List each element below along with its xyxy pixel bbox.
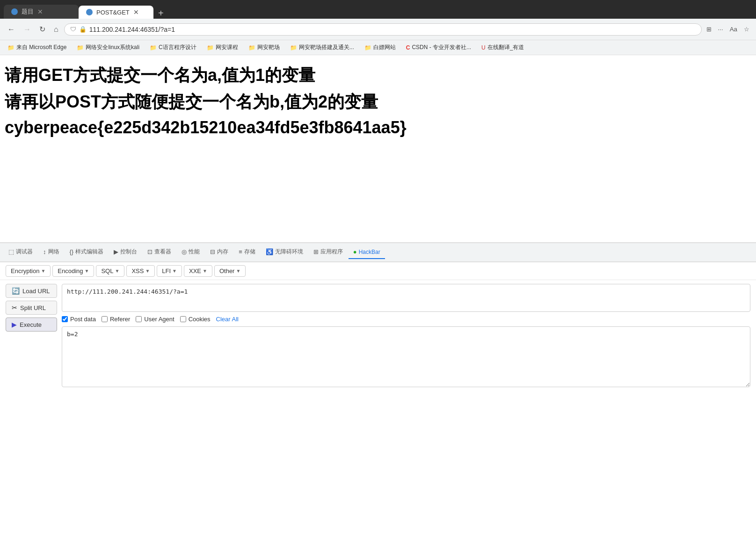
devtools-tab-storage-label: 存储 xyxy=(244,248,255,256)
bookmark-kali-label: 网络安全linux系统kali xyxy=(86,43,139,51)
devtools-tab-bar: ⬚ 调试器 ↕ 网络 {} 样式编辑器 ▶ 控制台 ⊡ 查看器 ◎ 性能 ⊟ 内… xyxy=(0,243,756,262)
bookmark-range-build[interactable]: 📁 网安靶场搭建及通关... xyxy=(287,43,357,52)
menu-button[interactable]: ··· xyxy=(716,24,725,35)
devtools-tab-style[interactable]: {} 样式编辑器 xyxy=(65,245,109,260)
devtools-tab-style-label: 样式编辑器 xyxy=(75,248,103,256)
bookmark-range-build-icon: 📁 xyxy=(290,44,297,51)
devtools-tab-performance[interactable]: ◎ 性能 xyxy=(177,245,204,260)
tab-2-label: POST&GET xyxy=(96,9,130,16)
favorites-button[interactable]: ☆ xyxy=(742,24,751,35)
cookies-checkbox[interactable] xyxy=(180,316,186,322)
address-bar-wrapper: 🛡 🔒 xyxy=(64,23,702,36)
devtools-tab-viewer[interactable]: ⊡ 查看器 xyxy=(143,245,176,260)
post-data-option[interactable]: Post data xyxy=(62,316,96,323)
accessibility-icon: ♿ xyxy=(266,248,273,255)
encoding-label: Encoding xyxy=(58,267,83,274)
reload-button[interactable]: ↻ xyxy=(36,23,48,36)
tab-1-close[interactable]: ✕ xyxy=(37,8,43,15)
forward-button[interactable]: → xyxy=(21,23,34,36)
xss-label: XSS xyxy=(131,267,144,274)
bookmark-c-label: C语言程序设计 xyxy=(159,43,196,51)
bookmark-range-build-label: 网安靶场搭建及通关... xyxy=(299,43,354,51)
nav-actions: ⊞ ··· Aa ☆ xyxy=(705,24,751,35)
devtools-tab-memory[interactable]: ⊟ 内存 xyxy=(205,245,233,260)
hackbar: Encryption ▼ Encoding ▼ SQL ▼ XSS ▼ LFI … xyxy=(0,262,756,393)
cookies-option[interactable]: Cookies xyxy=(180,316,211,323)
bookmark-security-course-label: 网安课程 xyxy=(216,43,238,51)
bookmark-edge[interactable]: 📁 来自 Microsoft Edge xyxy=(5,43,69,52)
devtools-tab-application[interactable]: ⊞ 应用程序 xyxy=(309,245,348,260)
page-flag: cyberpeace{e225d342b15210ea34fd5e3fb8641… xyxy=(5,118,751,137)
tab-2-icon xyxy=(86,9,93,15)
hackbar-body: 🔄 Load URL ✂ Split URL ▶ Execute http://… xyxy=(0,280,756,393)
bookmark-c[interactable]: 📁 C语言程序设计 xyxy=(147,43,199,52)
bookmark-kali[interactable]: 📁 网络安全linux系统kali xyxy=(74,43,142,52)
xss-arrow: ▼ xyxy=(145,268,150,274)
bookmark-range-icon: 📁 xyxy=(248,44,255,51)
shield-icon: 🛡 xyxy=(70,26,76,33)
bookmark-csdn[interactable]: C CSDN - 专业开发者社... xyxy=(403,43,474,52)
devtools-tab-console[interactable]: ▶ 控制台 xyxy=(109,245,142,260)
new-tab-button[interactable]: + xyxy=(153,8,168,19)
home-button[interactable]: ⌂ xyxy=(51,23,61,36)
cookies-label: Cookies xyxy=(189,316,211,323)
execute-label: Execute xyxy=(20,321,42,328)
devtools-tab-hackbar[interactable]: ● HackBar xyxy=(349,245,385,259)
bookmark-security-course[interactable]: 📁 网安课程 xyxy=(204,43,241,52)
load-url-button[interactable]: 🔄 Load URL xyxy=(6,284,57,298)
viewer-icon: ⊡ xyxy=(147,248,153,255)
referer-option[interactable]: Referer xyxy=(102,316,130,323)
devtools-tab-storage[interactable]: ≡ 存储 xyxy=(234,245,260,260)
devtools-tab-inspector-label: 调试器 xyxy=(16,248,33,256)
bookmark-edge-label: 来自 Microsoft Edge xyxy=(16,43,66,51)
referer-checkbox[interactable] xyxy=(102,316,108,322)
post-data-input[interactable]: b=2 xyxy=(62,326,750,387)
devtools-tab-memory-label: 内存 xyxy=(217,248,228,256)
bookmark-translate[interactable]: U 在线翻译_有道 xyxy=(479,43,527,52)
hackbar-options-row: Post data Referer User Agent Cookies C xyxy=(62,312,750,326)
page-line-1: 请用GET方式提交一个名为a,值为1的变量 xyxy=(5,65,751,87)
post-data-checkbox[interactable] xyxy=(62,316,68,322)
hackbar-icon: ● xyxy=(353,248,357,255)
bookmark-range[interactable]: 📁 网安靶场 xyxy=(246,43,283,52)
tab-2-close[interactable]: ✕ xyxy=(133,8,139,16)
xss-menu[interactable]: XSS ▼ xyxy=(126,265,155,277)
split-url-label: Split URL xyxy=(20,304,46,311)
user-agent-checkbox[interactable] xyxy=(136,316,142,322)
bookmark-free-icon: 📁 xyxy=(364,44,371,51)
bookmark-translate-icon: U xyxy=(481,44,486,51)
split-url-button[interactable]: ✂ Split URL xyxy=(6,301,57,315)
devtools-tab-inspector[interactable]: ⬚ 调试器 xyxy=(4,245,37,260)
devtools-tab-network[interactable]: ↕ 网络 xyxy=(38,245,64,260)
load-url-icon: 🔄 xyxy=(12,287,20,295)
extensions-button[interactable]: ⊞ xyxy=(705,24,713,35)
lfi-label: LFI xyxy=(162,267,171,274)
sql-label: SQL xyxy=(101,267,113,274)
sql-arrow: ▼ xyxy=(115,268,119,274)
back-button[interactable]: ← xyxy=(5,23,18,36)
address-input[interactable] xyxy=(89,26,696,33)
encoding-menu[interactable]: Encoding ▼ xyxy=(52,265,94,277)
network-icon: ↕ xyxy=(43,248,46,255)
tab-1[interactable]: 题目 ✕ xyxy=(4,5,79,19)
hackbar-sidebar: 🔄 Load URL ✂ Split URL ▶ Execute xyxy=(6,284,57,332)
tab-2[interactable]: POST&GET ✕ xyxy=(79,6,153,19)
clear-all-button[interactable]: Clear All xyxy=(216,316,239,323)
execute-button[interactable]: ▶ Execute xyxy=(6,318,57,332)
devtools-tab-accessibility-label: 无障碍环境 xyxy=(275,248,303,256)
lfi-menu[interactable]: LFI ▼ xyxy=(157,265,182,277)
devtools-tab-console-label: 控制台 xyxy=(120,248,137,256)
xxe-menu[interactable]: XXE ▼ xyxy=(184,265,212,277)
bookmark-free[interactable]: 📁 白嫖网站 xyxy=(362,43,399,52)
other-menu[interactable]: Other ▼ xyxy=(214,265,246,277)
devtools-tab-accessibility[interactable]: ♿ 无障碍环境 xyxy=(261,245,308,260)
tab-bar: 题目 ✕ POST&GET ✕ + xyxy=(0,0,756,19)
bookmark-c-icon: 📁 xyxy=(150,44,157,51)
sql-menu[interactable]: SQL ▼ xyxy=(96,265,124,277)
devtools-tab-viewer-label: 查看器 xyxy=(154,248,171,256)
translate-button[interactable]: Aa xyxy=(728,24,739,35)
devtools-tab-performance-label: 性能 xyxy=(189,248,200,256)
user-agent-option[interactable]: User Agent xyxy=(136,316,174,323)
style-icon: {} xyxy=(70,248,74,255)
encryption-menu[interactable]: Encryption ▼ xyxy=(6,265,51,277)
